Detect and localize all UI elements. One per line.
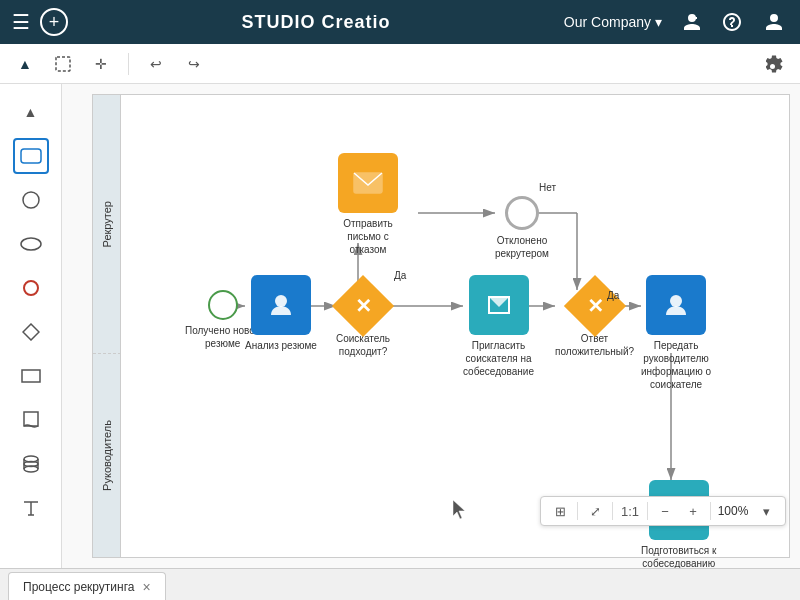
new-tab-button[interactable]: +: [40, 8, 68, 36]
recruiter-lane-label: Рекрутер: [93, 95, 121, 354]
panel-diamond[interactable]: [13, 314, 49, 350]
tab-label: Процесс рекрутинга: [23, 580, 134, 594]
transfer-task-shape: [646, 275, 706, 335]
help-icon[interactable]: [718, 8, 746, 36]
topbar: ☰ + STUDIO Creatio Our Company ▾: [0, 0, 800, 44]
send-reject-label: Отправить письмо сотказом: [328, 217, 408, 256]
user-profile-icon[interactable]: [760, 8, 788, 36]
undo-button[interactable]: ↩: [141, 49, 171, 79]
svg-marker-34: [453, 500, 465, 519]
send-reject-task[interactable]: Отправить письмо сотказом: [328, 153, 408, 256]
add-user-icon[interactable]: [676, 8, 704, 36]
gateway2-shape: ✕: [563, 275, 625, 337]
crosshair-tool[interactable]: ✛: [86, 49, 116, 79]
tab-close-button[interactable]: ×: [142, 579, 150, 595]
panel-pointer[interactable]: ▲: [13, 94, 49, 130]
invite-task-shape: [469, 275, 529, 335]
recruiter-label-text: Рекрутер: [101, 201, 113, 247]
svg-rect-1: [21, 149, 41, 163]
panel-circle[interactable]: [13, 182, 49, 218]
select-tool[interactable]: [48, 49, 78, 79]
gateway2-yes-label: Да: [607, 290, 619, 301]
main-area: ▲: [0, 84, 800, 568]
svg-point-31: [670, 295, 682, 307]
zoom-sep-3: [647, 502, 648, 520]
manager-label-text: Руководитель: [101, 420, 113, 491]
grid-view-button[interactable]: ⊞: [547, 499, 573, 523]
hamburger-menu-icon[interactable]: ☰: [12, 10, 30, 34]
svg-marker-30: [489, 297, 509, 307]
canvas-inner: Процесс рекрутинга Рекрутер Руководитель: [62, 84, 800, 568]
gateway1[interactable]: ✕ Соискательподходит? Да: [336, 284, 390, 358]
manager-lane-label: Руководитель: [93, 354, 121, 557]
toolbar-separator-1: [128, 53, 129, 75]
svg-marker-5: [23, 324, 39, 340]
mouse-cursor: [453, 500, 467, 524]
panel-text[interactable]: [13, 490, 49, 526]
zoom-sep-1: [577, 502, 578, 520]
analyze-task-shape: [251, 275, 311, 335]
diagram-toolbar: ▲ ✛ ↩ ↪: [0, 44, 800, 84]
transfer-task-label: Передатьруководителюинформацию осоискате…: [641, 339, 711, 391]
invite-task[interactable]: Пригласитьсоискателя насобеседование: [463, 275, 534, 378]
process-tab[interactable]: Процесс рекрутинга ×: [8, 572, 166, 600]
cursor-tool[interactable]: ▲: [10, 49, 40, 79]
gateway1-icon: ✕: [355, 294, 372, 318]
redo-button[interactable]: ↪: [179, 49, 209, 79]
zoom-sep-2: [612, 502, 613, 520]
intermediate-event-label: Отклоненорекрутером: [495, 234, 549, 260]
analyze-task-label: Анализ резюме: [245, 339, 317, 352]
svg-rect-6: [22, 370, 40, 382]
panel-rectangle[interactable]: [13, 358, 49, 394]
zoom-out-button[interactable]: −: [652, 499, 678, 523]
zoom-sep-4: [710, 502, 711, 520]
tab-bar: Процесс рекрутинга ×: [0, 568, 800, 600]
fit-view-button[interactable]: ⤢: [582, 499, 608, 523]
svg-point-2: [23, 192, 39, 208]
zoom-ratio-button[interactable]: 1:1: [617, 499, 643, 523]
swimlane-container: Процесс рекрутинга Рекрутер Руководитель: [92, 94, 790, 558]
panel-oval[interactable]: [13, 226, 49, 262]
intermediate-no-label: Нет: [539, 182, 556, 193]
svg-point-4: [24, 281, 38, 295]
panel-document[interactable]: [13, 402, 49, 438]
company-name: Our Company: [564, 14, 651, 30]
svg-rect-7: [24, 412, 38, 426]
app-title: STUDIO Creatio: [78, 12, 554, 33]
invite-task-label: Пригласитьсоискателя насобеседование: [463, 339, 534, 378]
svg-point-3: [21, 238, 41, 250]
panel-circle-outline[interactable]: [13, 270, 49, 306]
gateway2-icon: ✕: [586, 294, 603, 318]
zoom-toolbar: ⊞ ⤢ 1:1 − + 100% ▾: [540, 496, 786, 526]
company-selector[interactable]: Our Company ▾: [564, 14, 662, 30]
diagram-canvas[interactable]: Процесс рекрутинга Рекрутер Руководитель: [62, 84, 800, 568]
svg-point-27: [275, 295, 287, 307]
gateway2[interactable]: ✕ Ответположительный? Да: [555, 284, 634, 358]
topbar-right: Our Company ▾: [564, 8, 788, 36]
svg-rect-0: [56, 57, 70, 71]
gateway1-shape: ✕: [332, 275, 394, 337]
panel-rounded-rect[interactable]: [13, 138, 49, 174]
svg-point-12: [24, 462, 38, 467]
diagram-settings-button[interactable]: [760, 49, 790, 79]
start-event-shape: [208, 290, 238, 320]
gateway1-yes-label: Да: [394, 270, 406, 281]
send-reject-shape: [338, 153, 398, 213]
company-dropdown-icon: ▾: [655, 14, 662, 30]
analyze-task[interactable]: Анализ резюме: [245, 275, 317, 352]
zoom-dropdown-icon[interactable]: ▾: [753, 499, 779, 523]
transfer-task[interactable]: Передатьруководителюинформацию осоискате…: [641, 275, 711, 391]
left-shape-panel: ▲: [0, 84, 62, 568]
panel-database[interactable]: [13, 446, 49, 482]
intermediate-event[interactable]: Отклоненорекрутером Нет: [495, 196, 549, 260]
intermediate-event-shape: [505, 196, 539, 230]
zoom-percent[interactable]: 100%: [715, 504, 751, 518]
prepare-task-label: Подготовиться ксобеседованию: [641, 544, 716, 568]
zoom-in-button[interactable]: +: [680, 499, 706, 523]
